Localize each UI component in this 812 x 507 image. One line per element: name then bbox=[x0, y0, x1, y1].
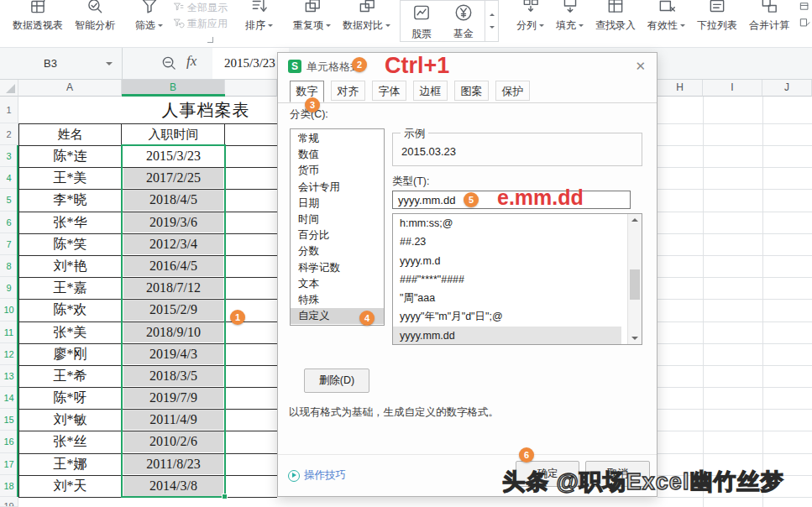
row-header-17[interactable]: 17 bbox=[0, 453, 18, 475]
reapply-button[interactable]: 重新应用 bbox=[169, 16, 231, 32]
consolidate-button[interactable]: 合并计算 bbox=[743, 0, 795, 33]
fill-handle[interactable] bbox=[222, 494, 228, 499]
name-cell[interactable]: 王*娜 bbox=[19, 454, 121, 474]
name-cell[interactable]: 刘*天 bbox=[19, 476, 121, 496]
column-header-h[interactable]: H bbox=[657, 79, 703, 97]
type-option[interactable]: "周"aaa bbox=[393, 289, 621, 307]
zoom-out-icon[interactable] bbox=[161, 55, 177, 75]
date-cell[interactable]: 2018/4/5 bbox=[123, 190, 223, 210]
date-cell[interactable]: 2017/2/25 bbox=[123, 168, 223, 188]
record-button[interactable]: 记录单 bbox=[795, 16, 812, 32]
category-item[interactable]: 科学记数 bbox=[291, 260, 384, 276]
compare-button[interactable]: 数据对比 bbox=[337, 0, 396, 33]
insert-function-button[interactable]: fx bbox=[186, 53, 196, 70]
row-header-9[interactable]: 9 bbox=[0, 277, 18, 299]
name-cell[interactable]: 张*美 bbox=[19, 322, 121, 342]
name-box[interactable]: B3 bbox=[0, 48, 123, 79]
category-item[interactable]: 日期 bbox=[291, 196, 384, 212]
scrollbar[interactable] bbox=[627, 214, 642, 344]
filter-group-dialog-launcher[interactable] bbox=[207, 37, 213, 43]
date-cell[interactable]: 2011/8/23 bbox=[123, 454, 223, 474]
column-header-j[interactable]: J bbox=[762, 79, 812, 97]
tab-font[interactable]: 字体 bbox=[372, 81, 406, 101]
name-cell[interactable]: 陈*连 bbox=[19, 146, 121, 166]
name-cell[interactable]: 张*华 bbox=[19, 212, 121, 233]
date-cell[interactable]: 2011/4/9 bbox=[123, 410, 223, 430]
row-header-5[interactable]: 5 bbox=[0, 189, 18, 211]
column-header-c[interactable] bbox=[225, 79, 277, 97]
row-header-2[interactable]: 2 bbox=[0, 123, 18, 145]
date-cell[interactable]: 2019/7/9 bbox=[123, 388, 223, 408]
category-item[interactable]: 百分比 bbox=[291, 227, 384, 243]
duplicates-button[interactable]: 重复项 bbox=[287, 0, 337, 33]
date-cell[interactable]: 2015/2/9 bbox=[123, 300, 223, 320]
category-item[interactable]: 常规 bbox=[291, 131, 384, 147]
scroll-down-icon[interactable] bbox=[631, 337, 638, 340]
stock-button[interactable]: 股票 bbox=[401, 1, 443, 41]
row-header-8[interactable]: 8 bbox=[0, 255, 18, 277]
lookup-button[interactable]: 查找录入 bbox=[589, 0, 642, 33]
tab-alignment[interactable]: 对齐 bbox=[331, 81, 365, 101]
row-header-18[interactable]: 18 bbox=[0, 475, 18, 497]
date-cell[interactable]: 2019/4/3 bbox=[123, 344, 223, 364]
name-cell[interactable]: 陈*笑 bbox=[19, 234, 121, 254]
name-cell[interactable]: 刘*艳 bbox=[19, 256, 121, 276]
row-header-16[interactable]: 16 bbox=[0, 431, 18, 452]
row-header-19[interactable]: 19 bbox=[0, 497, 18, 507]
category-item[interactable]: 分数 bbox=[291, 243, 384, 259]
category-item[interactable]: 货币 bbox=[291, 163, 384, 179]
name-cell[interactable]: 王*美 bbox=[19, 168, 121, 188]
date-cell[interactable]: 2018/9/10 bbox=[123, 322, 223, 342]
tab-pattern[interactable]: 图案 bbox=[454, 81, 489, 101]
row-header-6[interactable]: 6 bbox=[0, 212, 18, 233]
chevron-down-icon[interactable] bbox=[106, 62, 113, 69]
name-cell[interactable]: 刘*敏 bbox=[19, 410, 121, 430]
tips-link[interactable]: 操作技巧 bbox=[288, 468, 346, 483]
category-item[interactable]: 会计专用 bbox=[291, 180, 384, 196]
type-option[interactable]: ##.23 bbox=[393, 233, 621, 251]
date-cell[interactable]: 2010/2/6 bbox=[123, 431, 223, 452]
sort-button[interactable]: 排序 bbox=[239, 0, 279, 33]
split-columns-button[interactable]: 分列 bbox=[511, 0, 550, 33]
date-cell[interactable]: 2019/3/6 bbox=[123, 212, 223, 233]
dropdown-list-button[interactable]: 下拉列表 bbox=[691, 0, 743, 33]
date-cell[interactable]: 2016/4/5 bbox=[123, 256, 223, 276]
category-item[interactable]: 文本 bbox=[291, 276, 384, 292]
scrollbar-thumb[interactable] bbox=[630, 269, 640, 300]
scroll-up-icon[interactable] bbox=[631, 218, 638, 222]
tab-protection[interactable]: 保护 bbox=[495, 81, 530, 101]
column-header-i[interactable]: I bbox=[703, 79, 762, 97]
category-item[interactable]: 数值 bbox=[291, 147, 384, 163]
date-cell[interactable]: 2015/3/23 bbox=[123, 146, 223, 166]
date-cell[interactable]: 2018/7/12 bbox=[123, 278, 223, 298]
row-header-14[interactable]: 14 bbox=[0, 387, 18, 409]
type-option[interactable]: yyyy.mm.dd bbox=[393, 327, 621, 345]
tab-border[interactable]: 边框 bbox=[413, 81, 448, 101]
name-cell[interactable]: 陈*欢 bbox=[19, 300, 121, 320]
fill-button[interactable]: 填充 bbox=[550, 0, 589, 33]
date-cell[interactable]: 2018/3/5 bbox=[123, 366, 223, 386]
delete-button[interactable]: 删除(D) bbox=[304, 368, 369, 393]
type-option[interactable]: yyyy"年"m"月"d"日";@ bbox=[393, 307, 621, 326]
filter-button[interactable]: 筛选 bbox=[129, 0, 169, 33]
row-header-7[interactable]: 7 bbox=[0, 233, 18, 255]
show-all-button[interactable]: 全部显示 bbox=[169, 0, 231, 16]
type-option[interactable]: ###"****"#### bbox=[393, 270, 621, 289]
name-cell[interactable]: 陈*呀 bbox=[19, 388, 121, 408]
column-header-a[interactable]: A bbox=[18, 79, 122, 97]
pivot-table-button[interactable]: 数据透视表 bbox=[7, 0, 69, 33]
date-cell[interactable]: 2012/3/4 bbox=[123, 234, 223, 254]
row-header-3[interactable]: 3 bbox=[0, 145, 18, 167]
name-column-header-cell[interactable]: 姓名 bbox=[18, 123, 122, 145]
fund-button[interactable]: 基金 bbox=[443, 1, 485, 41]
name-cell[interactable]: 廖*刚 bbox=[19, 344, 121, 364]
row-header-13[interactable]: 13 bbox=[0, 365, 18, 387]
name-cell[interactable]: 李*晓 bbox=[19, 190, 121, 210]
simulate-button[interactable]: 模拟分析 bbox=[795, 0, 812, 16]
validation-button[interactable]: 有效性 bbox=[642, 0, 691, 33]
select-all-button[interactable] bbox=[0, 79, 18, 97]
row-header-10[interactable]: 10 bbox=[0, 299, 18, 321]
date-column-header-cell[interactable]: 入职时间 bbox=[122, 123, 225, 145]
close-icon[interactable]: ✕ bbox=[635, 59, 646, 74]
smart-analysis-button[interactable]: 智能分析 bbox=[69, 0, 121, 33]
